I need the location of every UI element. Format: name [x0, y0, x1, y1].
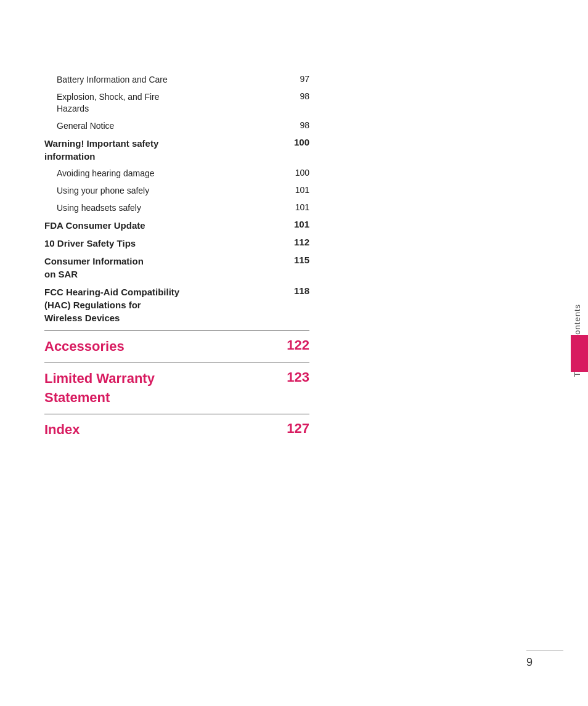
sidebar-tab: Table of Contents [566, 304, 588, 403]
toc-title-phone-safely: Using your phone safely [44, 185, 285, 197]
toc-page-fda: 101 [285, 219, 309, 229]
toc-entry-index[interactable]: Index 127 [44, 421, 309, 440]
toc-entry-explosion[interactable]: Explosion, Shock, and FireHazards 98 [44, 91, 309, 115]
divider-before-accessories [44, 330, 309, 331]
toc-entry-battery[interactable]: Battery Information and Care 97 [44, 74, 309, 86]
toc-entry-warranty[interactable]: Limited WarrantyStatement 123 [44, 369, 309, 408]
toc-title-warranty: Limited WarrantyStatement [44, 369, 285, 408]
toc-page-phone-safely: 101 [285, 185, 309, 195]
toc-page-sar: 115 [285, 255, 309, 265]
toc-entry-fcc[interactable]: FCC Hearing-Aid Compatibility(HAC) Regul… [44, 285, 309, 324]
toc-entry-fda[interactable]: FDA Consumer Update 101 [44, 219, 309, 232]
page-number: 9 [526, 656, 533, 669]
toc-title-general: General Notice [44, 120, 285, 133]
toc-entry-hearing[interactable]: Avoiding hearing damage 100 [44, 168, 309, 180]
toc-page-index: 127 [285, 421, 309, 437]
toc-title-fda: FDA Consumer Update [44, 219, 285, 232]
toc-title-headsets: Using headsets safely [44, 202, 285, 215]
toc-page-hearing: 100 [285, 168, 309, 178]
toc-title-hearing: Avoiding hearing damage [44, 168, 285, 180]
toc-title-warning: Warning! Important safetyinformation [44, 137, 285, 163]
bottom-divider-line [526, 650, 563, 651]
toc-title-index: Index [44, 421, 285, 440]
toc-entry-phone-safely[interactable]: Using your phone safely 101 [44, 185, 309, 197]
divider-before-warranty [44, 363, 309, 363]
toc-page-headsets: 101 [285, 202, 309, 212]
toc-page-warranty: 123 [285, 369, 309, 385]
divider-before-index [44, 414, 309, 414]
toc-entry-accessories[interactable]: Accessories 122 [44, 337, 309, 356]
toc-title-accessories: Accessories [44, 337, 285, 356]
toc-entry-sar[interactable]: Consumer Informationon SAR 115 [44, 255, 309, 281]
toc-page-general: 98 [285, 120, 309, 130]
toc-page-accessories: 122 [285, 337, 309, 353]
toc-page-driver: 112 [285, 237, 309, 247]
toc-entry-general[interactable]: General Notice 98 [44, 120, 309, 133]
toc-entry-driver[interactable]: 10 Driver Safety Tips 112 [44, 237, 309, 250]
toc-page-explosion: 98 [285, 91, 309, 101]
toc-entry-warning[interactable]: Warning! Important safetyinformation 100 [44, 137, 309, 163]
toc-entry-headsets[interactable]: Using headsets safely 101 [44, 202, 309, 215]
toc-page-fcc: 118 [285, 285, 309, 296]
sidebar-tab-bar [571, 335, 588, 372]
page-container: Battery Information and Care 97 Explosio… [0, 0, 588, 706]
toc-title-battery: Battery Information and Care [44, 74, 285, 86]
toc-content: Battery Information and Care 97 Explosio… [44, 74, 309, 439]
toc-title-sar: Consumer Informationon SAR [44, 255, 285, 281]
toc-page-battery: 97 [285, 74, 309, 84]
toc-title-driver: 10 Driver Safety Tips [44, 237, 285, 250]
toc-title-explosion: Explosion, Shock, and FireHazards [44, 91, 285, 115]
toc-title-fcc: FCC Hearing-Aid Compatibility(HAC) Regul… [44, 285, 285, 324]
toc-page-warning: 100 [285, 137, 309, 147]
